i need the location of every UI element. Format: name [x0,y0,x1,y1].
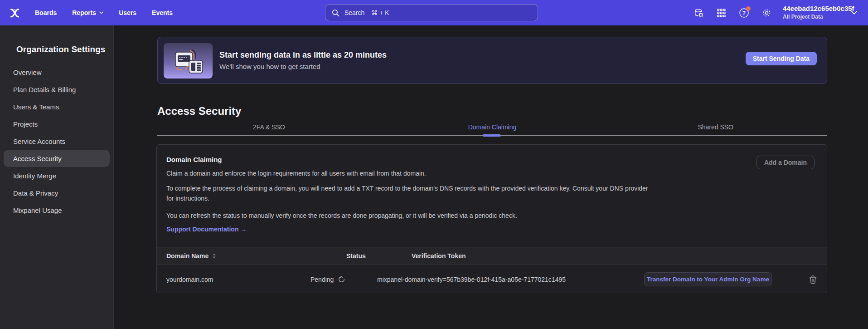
status-cell: Pending [310,275,377,283]
transfer-domain-button[interactable]: Transfer Domain to Your Admin Org Name [644,272,772,286]
add-domain-button[interactable]: Add a Domain [756,156,815,169]
sidebar-item-identity-merge[interactable]: Identity Merge [4,167,110,184]
card-title: Domain Claiming [166,156,222,163]
domain-name-cell: yourdomain.com [166,276,310,283]
settings-gear-icon[interactable] [761,8,772,18]
primary-nav: Boards Reports Users Events [35,0,173,25]
domain-table-row: yourdomain.com Pending mixpanel-domain-v… [157,265,827,293]
nav-item-label: Events [152,9,173,16]
nav-item-label: Boards [35,9,57,16]
sidebar-item-service-accounts[interactable]: Service Accounts [4,133,110,150]
column-header-domain-name[interactable]: Domain Name [166,252,310,260]
search-icon [332,9,339,17]
card-description-1: Claim a domain and enforce the login req… [166,168,426,178]
refresh-status-icon[interactable] [338,275,345,283]
column-header-status: Status [310,252,377,260]
tab-domain-claiming[interactable]: Domain Claiming [381,120,604,134]
sidebar-item-users-teams[interactable]: Users & Teams [4,98,110,115]
sort-icon [212,253,216,259]
data-management-icon[interactable] [693,8,704,18]
devices-illustration [164,43,213,79]
nav-item-label: Reports [72,9,96,16]
status-badge: Pending [310,276,334,283]
org-scope: All Project Data [783,13,854,20]
sidebar-item-projects[interactable]: Projects [4,115,110,133]
navbar-icon-group: ? [693,0,772,25]
org-settings-sidebar: Organization Settings Overview Plan Deta… [0,25,114,329]
card-description-2: To complete the process of claiming a do… [166,183,654,203]
help-icon[interactable]: ? [739,8,749,18]
org-id: 44eebad12c65eb0c35f [783,4,854,13]
sidebar-title: Organization Settings [16,44,113,54]
sidebar-list: Overview Plan Details & Billing Users & … [0,64,113,219]
banner-text: Start sending data in as little as 20 mi… [219,50,387,70]
search-shortcut: ⌘ + K [371,9,389,16]
mixpanel-app: Boards Reports Users Events Search ⌘ + K [0,0,868,329]
mixpanel-logo[interactable] [9,7,20,19]
sidebar-item-mixpanel-usage[interactable]: Mixpanel Usage [4,201,110,219]
search-placeholder: Search [344,9,364,16]
row-actions-cell: Transfer Domain to Your Admin Org Name [644,272,827,286]
support-documentation-link[interactable]: Support Documentation → [166,226,247,233]
notification-dot [746,6,751,11]
tab-2fa-sso[interactable]: 2FA & SSO [157,120,381,134]
svg-text:?: ? [742,10,746,16]
column-label: Status [346,252,366,260]
tab-shared-sso[interactable]: Shared SSO [604,120,827,134]
domains-table-header: Domain Name Status Verification Token [157,247,827,265]
nav-item-reports[interactable]: Reports [72,9,103,16]
top-navbar: Boards Reports Users Events Search ⌘ + K [0,0,868,25]
page-title: Access Security [157,105,241,118]
verification-token-cell: mixpanel-domain-verify=567b39be-012f-415… [377,276,644,283]
access-security-tabs: 2FA & SSO Domain Claiming Shared SSO [157,120,827,134]
banner-subtitle: We'll show you how to get started [219,63,387,70]
nav-item-boards[interactable]: Boards [35,9,57,16]
nav-item-users[interactable]: Users [119,9,136,16]
onboarding-banner: Start sending data in as little as 20 mi… [157,37,827,84]
sidebar-item-overview[interactable]: Overview [4,64,110,81]
org-chevron-down-icon[interactable] [851,11,857,15]
card-description-3: You can refresh the status to manually v… [166,211,517,221]
column-label: Domain Name [166,252,209,260]
column-header-verification-token: Verification Token [377,252,644,260]
sidebar-item-data-privacy[interactable]: Data & Privacy [4,184,110,201]
search-input[interactable]: Search ⌘ + K [325,4,538,21]
delete-domain-trash-icon[interactable] [809,275,817,284]
column-label: Verification Token [412,252,466,260]
apps-grid-icon[interactable] [716,8,727,18]
sidebar-item-plan-details-billing[interactable]: Plan Details & Billing [4,81,110,98]
banner-title: Start sending data in as little as 20 mi… [219,50,387,60]
org-switcher[interactable]: 44eebad12c65eb0c35f All Project Data [783,4,854,20]
sidebar-item-access-security[interactable]: Access Security [4,150,110,167]
chevron-down-icon [99,11,103,14]
start-sending-data-button[interactable]: Start Sending Data [746,52,817,65]
domain-claiming-card: Domain Claiming Add a Domain Claim a dom… [156,144,827,293]
active-tab-indicator [483,134,501,137]
nav-item-events[interactable]: Events [152,9,173,16]
nav-item-label: Users [119,9,136,16]
